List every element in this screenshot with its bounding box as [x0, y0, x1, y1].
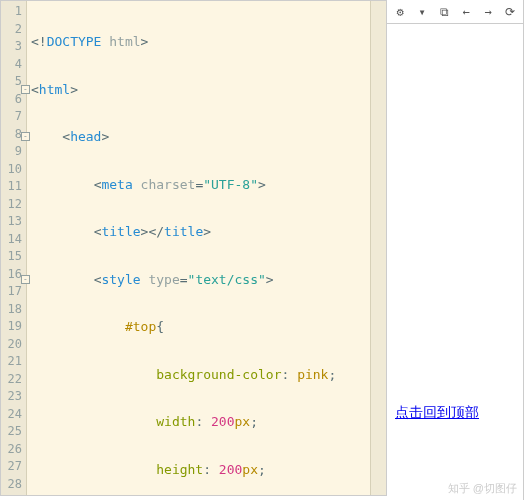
- code-line: #top{: [31, 318, 370, 336]
- code-line: -<html>: [31, 81, 370, 99]
- line-number: 12: [1, 196, 26, 214]
- line-number: 23: [1, 388, 26, 406]
- code-line: height: 200px;: [31, 461, 370, 479]
- line-number: 27: [1, 458, 26, 476]
- line-number: 1: [1, 3, 26, 21]
- arrow-left-icon[interactable]: ←: [459, 5, 473, 19]
- line-number: 10: [1, 161, 26, 179]
- code-line: background-color: pink;: [31, 366, 370, 384]
- fold-icon[interactable]: -: [21, 132, 30, 141]
- line-number: 7: [1, 108, 26, 126]
- watermark: 知乎 @切图仔: [448, 481, 517, 496]
- popout-icon[interactable]: ⧉: [437, 5, 451, 19]
- line-number-gutter: 1 2 3 4 5 6 7 8 9 10 11 12 13 14 15 16 1…: [1, 1, 27, 495]
- line-number: 24: [1, 406, 26, 424]
- line-number: 17: [1, 283, 26, 301]
- dropdown-icon[interactable]: ▾: [415, 5, 429, 19]
- line-number: 18: [1, 301, 26, 319]
- line-number: 14: [1, 231, 26, 249]
- line-number: 22: [1, 371, 26, 389]
- code-editor-pane: 1 2 3 4 5 6 7 8 9 10 11 12 13 14 15 16 1…: [0, 0, 387, 496]
- line-number: 20: [1, 336, 26, 354]
- code-line: - <head>: [31, 128, 370, 146]
- line-number: 26: [1, 441, 26, 459]
- line-number: 13: [1, 213, 26, 231]
- arrow-right-icon[interactable]: →: [481, 5, 495, 19]
- line-number: 15: [1, 248, 26, 266]
- refresh-icon[interactable]: ⟳: [503, 5, 517, 19]
- fold-icon[interactable]: -: [21, 275, 30, 284]
- line-number: 4: [1, 56, 26, 74]
- code-line: - <style type="text/css">: [31, 271, 370, 289]
- code-line: <meta charset="UTF-8">: [31, 176, 370, 194]
- preview-pane: ⚙ ▾ ⧉ ← → ⟳ 点击回到顶部 知乎 @切图仔: [387, 0, 524, 500]
- preview-toolbar: ⚙ ▾ ⧉ ← → ⟳: [387, 0, 523, 24]
- line-number: 19: [1, 318, 26, 336]
- code-line: <title></title>: [31, 223, 370, 241]
- line-number: 11: [1, 178, 26, 196]
- line-number: 2: [1, 21, 26, 39]
- preview-body[interactable]: 点击回到顶部 知乎 @切图仔: [387, 24, 523, 500]
- gear-icon[interactable]: ⚙: [393, 5, 407, 19]
- code-area[interactable]: <!DOCTYPE html> -<html> - <head> <meta c…: [27, 1, 370, 495]
- line-number: 9: [1, 143, 26, 161]
- line-number: 21: [1, 353, 26, 371]
- editor-scrollbar[interactable]: [370, 1, 386, 495]
- code-line: width: 200px;: [31, 413, 370, 431]
- line-number: 28: [1, 476, 26, 494]
- line-number: 3: [1, 38, 26, 56]
- preview-anchor-link[interactable]: 点击回到顶部: [395, 404, 479, 422]
- code-line: <!DOCTYPE html>: [31, 33, 370, 51]
- fold-icon[interactable]: -: [21, 85, 30, 94]
- line-number: 25: [1, 423, 26, 441]
